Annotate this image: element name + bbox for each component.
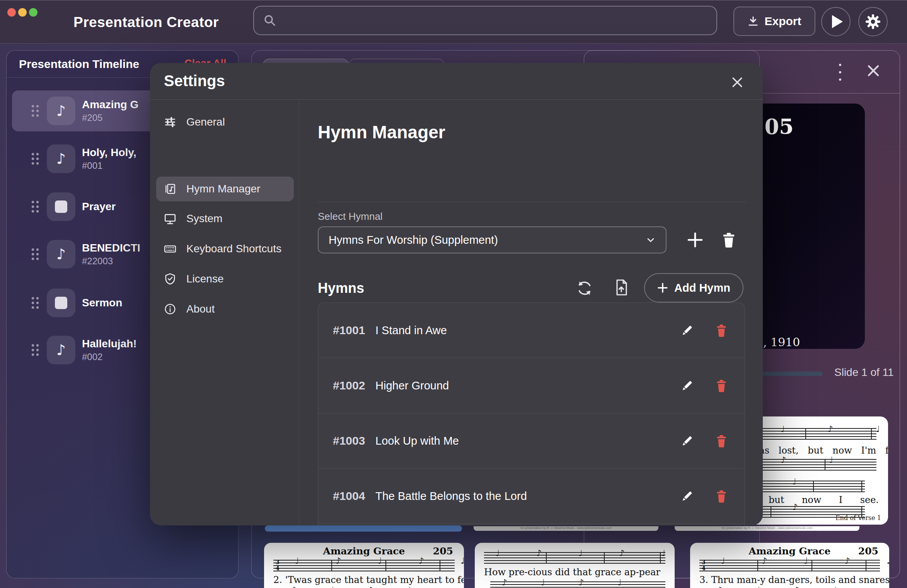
hymn-library-icon <box>164 183 176 195</box>
drag-handle-icon[interactable] <box>31 200 40 214</box>
info-icon <box>164 303 176 315</box>
nav-item-hymn-manager[interactable]: Hymn Manager <box>156 177 294 201</box>
app-title: Presentation Creator <box>73 14 219 31</box>
drag-handle-icon[interactable] <box>31 152 40 166</box>
settings-button[interactable] <box>858 7 888 36</box>
staff-lines: ♪ ♩ ♪ ♩ <box>490 581 665 588</box>
nav-item-about[interactable]: About <box>156 297 294 321</box>
settings-nav: General Hymn Manager System <box>150 100 299 525</box>
drag-handle-icon[interactable] <box>31 296 40 310</box>
slide-thumbnail[interactable]: Amazing Grace 205 34 ♩ ♪ ♩ ♪ ♩ 2. 'Twas … <box>264 543 464 588</box>
hymn-manager-pane: Hymn Manager Select Hymnal Hymns For Wor… <box>299 100 763 525</box>
lyric-line: How pre-cious did that grace ap-pear <box>484 567 660 578</box>
staff-notes: ♪ ♩ ♪ ♩ <box>291 585 426 588</box>
timeline-item-title: Holy, Holy, <box>82 146 136 159</box>
staff-notes: ♩ ♪ ♩ ♪ ♩ <box>721 556 889 566</box>
traffic-light-minimize[interactable] <box>18 8 27 17</box>
hymn-row[interactable]: #1005 Farther Along <box>318 524 745 525</box>
page-title: Hymn Manager <box>318 122 445 143</box>
nav-item-general[interactable]: General <box>156 110 294 134</box>
edit-pencil-icon[interactable] <box>678 322 695 339</box>
delete-trash-icon[interactable] <box>713 488 730 505</box>
delete-trash-icon[interactable] <box>713 322 730 339</box>
sliders-icon <box>164 116 176 128</box>
titlebar: Presentation Creator Export <box>0 0 907 44</box>
square-icon <box>47 289 75 317</box>
kebab-icon[interactable] <box>835 64 846 81</box>
timeline-item-title: BENEDICTI <box>82 242 140 254</box>
hymn-number: #1002 <box>333 379 375 392</box>
drag-handle-icon[interactable] <box>31 247 40 261</box>
nav-item-license[interactable]: License <box>156 267 294 291</box>
hymn-number: #1003 <box>333 434 375 447</box>
staff-notes: ♪ ♩ ♪ ♩ <box>502 578 637 587</box>
search-input[interactable] <box>283 14 707 27</box>
score-number: 205 <box>858 546 878 557</box>
monitor-icon <box>164 212 176 225</box>
timeline-item-number: #205 <box>82 112 138 123</box>
slide-thumbnail[interactable]: Amazing Grace 205 34 ♩ ♪ ♩ ♪ ♩ 3. Thru m… <box>690 543 889 588</box>
hymn-row[interactable]: #1002 Higher Ground <box>318 358 745 413</box>
search-bar[interactable] <box>253 6 717 35</box>
edit-pencil-icon[interactable] <box>678 488 695 505</box>
delete-trash-icon[interactable] <box>713 433 730 450</box>
add-hymnal-button[interactable] <box>686 231 704 249</box>
nav-item-system[interactable]: System <box>156 206 294 231</box>
search-icon <box>263 14 276 27</box>
present-button[interactable] <box>821 7 851 36</box>
hymn-title: Higher Ground <box>375 379 449 392</box>
lyric-line: 3. Thru man-y dan-gers, toils and snares… <box>699 574 889 585</box>
nav-label: General <box>186 116 225 128</box>
download-icon <box>747 15 759 27</box>
staff-notes: ♩ ♪ ♩ ♪ ♩ <box>295 556 464 566</box>
lyric-line: 2. 'Twas grace that taught my heart to f… <box>273 574 464 585</box>
timeline-item-title: Sermon <box>82 297 122 309</box>
hymn-title: Look Up with Me <box>375 435 459 447</box>
play-icon <box>832 15 843 28</box>
square-icon <box>47 192 75 221</box>
file-upload-icon[interactable] <box>612 279 630 296</box>
timeline-item-number: #002 <box>82 352 137 362</box>
music-note-icon: ♪ <box>47 97 75 125</box>
staff-lines: ♩ ♪ ♩ ♪ ♩ <box>484 552 665 564</box>
timeline-item-number: #001 <box>82 160 136 171</box>
staff-notes: ♩ ♪ ♩ ♪ ♩ <box>496 548 675 558</box>
slide-thumbnail[interactable]: ♩ ♪ ♩ ♪ ♩ How pre-cious did that grace a… <box>475 543 675 588</box>
slide-counter: Slide 1 of 11 <box>834 366 894 379</box>
sync-icon[interactable] <box>576 279 593 297</box>
selected-thumbnail-edge[interactable] <box>265 525 462 532</box>
modal-title: Settings <box>164 72 225 90</box>
hymn-row[interactable]: #1001 I Stand in Awe <box>318 303 745 358</box>
export-button[interactable]: Export <box>733 7 815 36</box>
timeline-item-number: #22003 <box>82 256 140 267</box>
drag-handle-icon[interactable] <box>31 343 40 357</box>
traffic-light-close[interactable] <box>7 8 16 17</box>
delete-hymnal-button[interactable] <box>720 231 737 248</box>
drag-handle-icon[interactable] <box>31 104 40 118</box>
edit-pencil-icon[interactable] <box>678 377 695 394</box>
hymn-row[interactable]: #1003 Look Up with Me <box>318 413 745 469</box>
nav-item-keyboard-shortcuts[interactable]: Keyboard Shortcuts <box>156 236 294 261</box>
hymn-row[interactable]: #1004 The Battle Belongs to the Lord <box>318 469 745 524</box>
nav-label: Keyboard Shortcuts <box>186 243 281 255</box>
thumbnail-copyright-strip[interactable]: for presentation by R. J. Stevens Music … <box>474 526 658 531</box>
hymnal-select[interactable]: Hymns For Worship (Supplement) <box>318 226 667 253</box>
hymnal-select-value: Hymns For Worship (Supplement) <box>329 234 645 246</box>
hymn-number: #1001 <box>333 324 375 337</box>
close-icon[interactable] <box>866 63 881 80</box>
traffic-light-zoom[interactable] <box>29 8 38 17</box>
staff-notes: ♪ ♩ ♪ ♩ <box>717 585 852 588</box>
edit-pencil-icon[interactable] <box>678 433 695 450</box>
hymns-heading: Hymns <box>318 280 364 296</box>
select-hymnal-label: Select Hymnal <box>318 211 383 223</box>
export-label: Export <box>764 15 801 28</box>
add-hymn-button[interactable]: Add Hymn <box>644 273 743 302</box>
lyric-line: was lost, but now I'm found, <box>751 445 888 456</box>
settings-modal: Settings General Hy <box>150 63 763 525</box>
end-of-verse-label: End of Verse 1 <box>835 514 881 522</box>
close-icon[interactable] <box>730 75 745 90</box>
music-note-icon: ♪ <box>47 144 75 173</box>
music-note-icon: ♪ <box>47 240 75 269</box>
thumbnail-copyright-strip[interactable]: for presentation by R. J. Stevens Music … <box>675 526 859 531</box>
delete-trash-icon[interactable] <box>713 377 730 394</box>
